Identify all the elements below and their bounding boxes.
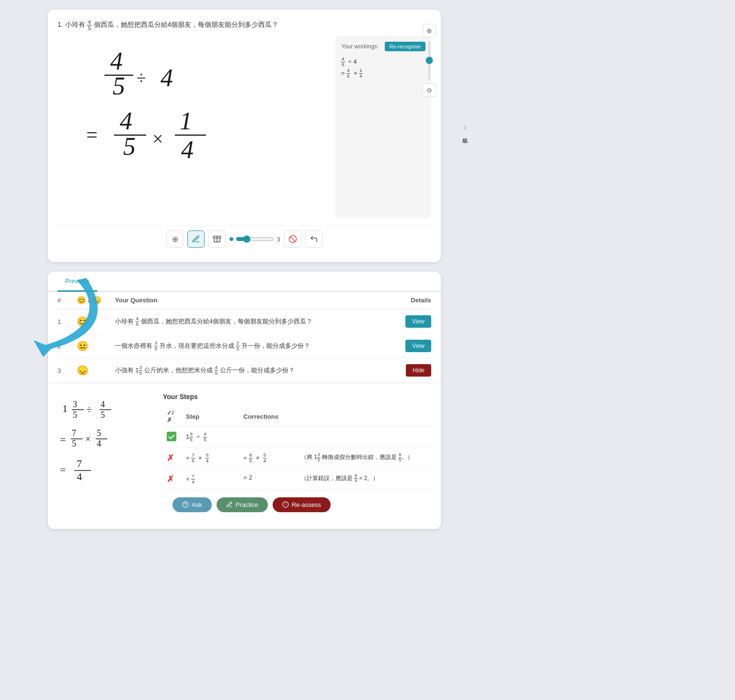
steps-header-corrections: Corrections	[240, 406, 297, 427]
svg-text:4: 4	[110, 47, 123, 75]
svg-text:×: ×	[152, 128, 163, 149]
reassess-label: Re-assess	[292, 501, 321, 508]
svg-line-16	[290, 237, 295, 242]
svg-text:÷: ÷	[86, 403, 92, 415]
zoom-controls: ⊕ ⊖	[423, 24, 436, 97]
step-1-value: 135 ÷ 45	[182, 427, 240, 448]
zoom-out-button[interactable]: ⊖	[423, 83, 436, 97]
steps-title: Your Steps	[163, 393, 431, 401]
writing-card: 1. 小玲有 45 個西瓜，她想把西瓜分給4個朋友，每個朋友能分到多少西瓜？ 4…	[48, 10, 441, 262]
header-question: Your Question	[115, 297, 393, 304]
eraser-tool-button[interactable]	[208, 230, 226, 248]
row-2-num: 2	[57, 343, 77, 350]
step-2-correction: = 85 × 54	[240, 448, 297, 469]
practice-button[interactable]: Practice	[217, 497, 268, 512]
header-status: 😊 / 😞	[77, 296, 115, 305]
handwriting-area[interactable]: 4 5 ÷ 4 = 4 5 × 1	[57, 36, 326, 218]
undo-button[interactable]	[305, 230, 322, 248]
svg-text:1: 1	[62, 402, 68, 414]
row-2-status: 😐	[77, 340, 115, 352]
table-row: 3 😞 小強有 135 公斤的米，他想把米分成 45 公斤一份，能分成多少份？ …	[57, 358, 431, 383]
row-1-action: View	[393, 315, 431, 328]
svg-text:4: 4	[120, 107, 132, 135]
ask-icon	[182, 501, 189, 508]
row-1-question: 小玲有 45 個西瓜，她想把西瓜分給4個朋友，每個朋友能分到多少西瓜？	[115, 316, 393, 327]
no-entry-button[interactable]	[284, 230, 301, 248]
row-1-num: 1	[57, 318, 77, 325]
step-1-correction	[240, 427, 297, 448]
step-1-note	[297, 427, 431, 448]
zoom-slider[interactable]	[428, 41, 430, 80]
ask-button[interactable]: Ask	[172, 497, 212, 512]
thickness-value: 3	[276, 236, 280, 243]
svg-text:5: 5	[123, 133, 136, 160]
workings-label: Your workings:	[341, 43, 379, 50]
step-3-note: （計算錯誤，應該是 84 = 2。）	[297, 469, 431, 490]
steps-header-check: ✓/✗	[163, 406, 182, 427]
table-header-row: # 😊 / 😞 Your Question Details	[57, 292, 431, 310]
step-3-value: = 74	[182, 469, 240, 490]
ask-label: Ask	[192, 501, 202, 508]
reassess-button[interactable]: Re-assess	[273, 497, 331, 512]
steps-header-note	[297, 406, 431, 427]
bottom-section: Previous # 😊 / 😞 Your Question Details 1…	[48, 272, 441, 529]
svg-text:=: =	[86, 124, 98, 146]
pen-tool-button[interactable]	[187, 230, 205, 248]
svg-text:1: 1	[180, 107, 192, 135]
thickness-control: 3	[230, 235, 280, 243]
row-1-view-button[interactable]: View	[405, 315, 431, 328]
steps-row: ✗ = 74 = 2 （計算錯誤，應該是 84 = 2。）	[163, 469, 431, 490]
svg-text:5: 5	[72, 439, 76, 448]
move-tool-button[interactable]: ⊕	[166, 230, 184, 248]
detail-section: 1 3 5 ÷ 4 5 = 7 5 × 5	[48, 383, 441, 529]
question-text: 1. 小玲有 45 個西瓜，她想把西瓜分給4個朋友，每個朋友能分到多少西瓜？	[57, 19, 431, 31]
workings-panel: Your workings: Re-recognise 45 ÷ 4 = 45 …	[335, 36, 431, 218]
check-icon	[167, 432, 176, 441]
row-3-status: 😞	[77, 365, 115, 376]
row-3-hide-button[interactable]: Hide	[406, 364, 431, 377]
questions-section: # 😊 / 😞 Your Question Details 1 😊 小玲有 45…	[48, 292, 441, 383]
practice-label: Practice	[236, 501, 258, 508]
workings-content: 45 ÷ 4 = 45 × 14	[341, 56, 425, 79]
cross-icon: ✗	[167, 474, 174, 484]
student-work: 1 3 5 ÷ 4 5 = 7 5 × 5	[57, 393, 153, 519]
table-row: 1 😊 小玲有 45 個西瓜，她想把西瓜分給4個朋友，每個朋友能分到多少西瓜？ …	[57, 310, 431, 334]
row-2-view-button[interactable]: View	[405, 340, 431, 352]
svg-text:=: =	[60, 464, 66, 476]
header-num: #	[57, 297, 77, 304]
row-3-num: 3	[57, 367, 77, 374]
zoom-in-button[interactable]: ⊕	[423, 24, 436, 37]
scratch-paper-toggle[interactable]: › 草稿紙	[461, 123, 469, 134]
steps-header-step: Step	[182, 406, 240, 427]
steps-row: ✗ = 75 × 54 = 85 × 54	[163, 448, 431, 469]
tab-previous[interactable]: Previous	[57, 272, 97, 292]
svg-text:×: ×	[85, 434, 91, 444]
svg-text:=: =	[60, 434, 66, 446]
re-recognise-button[interactable]: Re-recognise	[385, 42, 425, 51]
thickness-slider[interactable]	[236, 235, 274, 243]
svg-text:4: 4	[161, 64, 173, 92]
practice-icon	[226, 501, 233, 508]
cross-icon: ✗	[167, 453, 174, 463]
step-2-note: （將 135 轉換成假分數時出錯，應該是 85。）	[297, 448, 431, 469]
svg-text:5: 5	[101, 410, 105, 420]
svg-text:3: 3	[73, 400, 77, 409]
svg-text:5: 5	[97, 428, 101, 438]
steps-row: 135 ÷ 45	[163, 427, 431, 448]
svg-text:4: 4	[101, 400, 105, 409]
step-3-correction: = 2	[240, 469, 297, 490]
tabs-bar: Previous	[48, 272, 441, 292]
svg-text:5: 5	[73, 410, 77, 420]
svg-text:7: 7	[77, 458, 82, 470]
svg-text:4: 4	[97, 439, 101, 448]
toolbar: ⊕ 3	[57, 225, 431, 252]
scratch-arrow-icon: ›	[464, 123, 466, 132]
step-2-value: = 75 × 54	[182, 448, 240, 469]
svg-text:4: 4	[181, 136, 194, 163]
table-row: 2 😐 一個水壺裡有 35 升水，現在要把這些水分成 25 升一份，能分成多少份…	[57, 334, 431, 358]
canvas-area: 4 5 ÷ 4 = 4 5 × 1	[57, 36, 431, 218]
header-details: Details	[393, 297, 431, 304]
svg-text:5: 5	[113, 72, 125, 100]
row-3-question: 小強有 135 公斤的米，他想把米分成 45 公斤一份，能分成多少份？	[115, 365, 393, 376]
row-2-question: 一個水壺裡有 35 升水，現在要把這些水分成 25 升一份，能分成多少份？	[115, 341, 393, 352]
